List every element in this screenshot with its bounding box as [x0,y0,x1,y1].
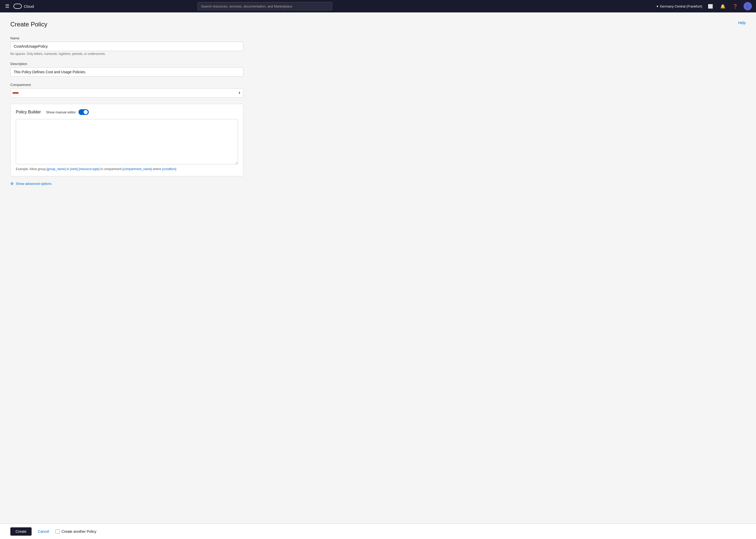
search-container [197,2,332,10]
name-field-group: Name No spaces. Only letters, numerals, … [10,36,243,56]
create-another-checkbox[interactable] [55,529,59,534]
advanced-options-group: ⚙ Show advanced options [10,182,243,186]
resource-type-link[interactable]: [resource-type] [79,167,100,171]
name-label: Name [10,36,243,40]
footer-bar: Create Cancel Create another Policy [0,523,756,539]
region-label: Germany Central (Frankfurt) [660,4,702,8]
group-name-link[interactable]: [group_name] [46,167,66,171]
example-to: to [66,167,70,171]
topbar-right: ▾ Germany Central (Frankfurt) ⬜ 🔔 ❓ 👤 [656,2,752,10]
bell-icon[interactable]: 🔔 [719,2,727,10]
user-avatar[interactable]: 👤 [744,2,752,10]
monitor-icon[interactable]: ⬜ [706,2,715,10]
create-button[interactable]: Create [10,527,32,536]
verb-link[interactable]: [verb] [70,167,78,171]
help-link[interactable]: Help [738,21,746,25]
search-input[interactable] [197,2,332,10]
compartment-select[interactable] [10,88,243,98]
manual-editor-toggle-group: Show manual editor [46,109,89,115]
avatar-icon: 👤 [745,4,750,8]
example-text: Example: Allow group [group_name] to [ve… [16,167,238,171]
main-content: Create Policy Help Name No spaces. Only … [0,12,756,523]
oracle-logo-icon [14,4,22,9]
create-another-container: Create another Policy [55,529,97,534]
compartment-field-group: Compartment ⬍ [10,83,243,98]
policy-builder-card: Policy Builder Show manual editor Exampl… [10,104,243,176]
cancel-button[interactable]: Cancel [36,527,51,536]
cloud-logo: Cloud [14,4,34,9]
advanced-options-link[interactable]: ⚙ Show advanced options [10,182,243,186]
cloud-logo-text: Cloud [24,4,34,9]
condition-link[interactable]: [condition] [162,167,176,171]
page-header: Create Policy Help [10,21,746,28]
compartment-selected-badge [12,92,19,94]
example-prefix: Example: Allow group [16,167,46,171]
description-label: Description [10,62,243,66]
sliders-icon: ⚙ [10,182,14,186]
compartment-select-container: ⬍ [10,88,243,98]
policy-builder-header: Policy Builder Show manual editor [16,109,238,115]
hamburger-menu-button[interactable]: ☰ [4,2,10,10]
topbar: ☰ Cloud ▾ Germany Central (Frankfurt) ⬜ … [0,0,756,12]
toggle-slider [78,109,89,115]
example-where: where [152,167,162,171]
description-input[interactable] [10,67,243,77]
name-hint: No spaces. Only letters, numerals, hyphe… [10,52,243,56]
policy-builder-title: Policy Builder [16,110,41,115]
manual-editor-label: Show manual editor [46,110,76,114]
compartment-label: Compartment [10,83,243,87]
name-input[interactable] [10,42,243,51]
manual-editor-toggle[interactable] [78,109,89,115]
create-another-label[interactable]: Create another Policy [62,529,97,534]
example-in: in compartment [100,167,122,171]
advanced-options-label: Show advanced options [16,182,51,186]
page-title: Create Policy [10,21,47,28]
create-policy-form: Name No spaces. Only letters, numerals, … [10,36,243,186]
policy-textarea[interactable] [16,119,238,164]
chevron-down-icon: ▾ [656,4,658,8]
description-field-group: Description [10,62,243,77]
help-icon[interactable]: ❓ [731,2,739,10]
region-selector[interactable]: ▾ Germany Central (Frankfurt) [656,4,702,8]
compartment-name-link[interactable]: [compartment_name] [122,167,152,171]
